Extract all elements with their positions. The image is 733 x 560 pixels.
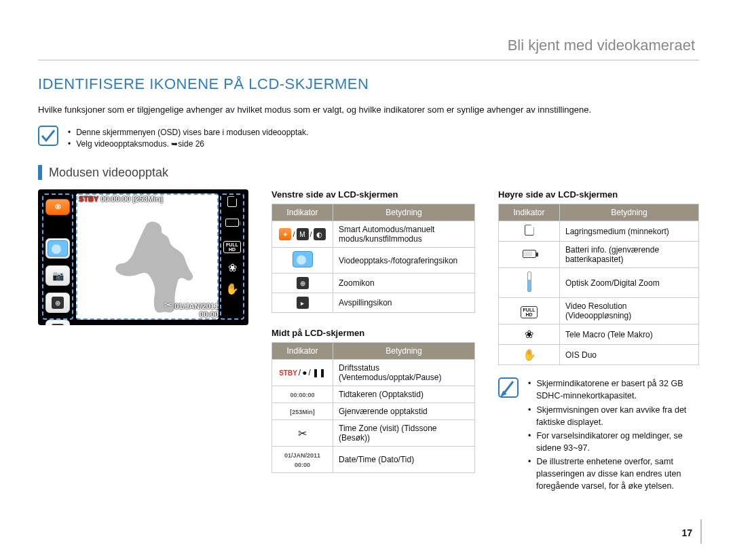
section-title: Modusen videoopptak xyxy=(49,166,168,180)
note-item: Skjermindikatorene er basert på 32 GB SD… xyxy=(528,377,699,402)
page-number: 17 xyxy=(681,527,692,538)
lcd-remaining: [253Min] xyxy=(132,195,163,203)
telemacro-icon: ❀ xyxy=(525,329,533,340)
sdcard-icon xyxy=(525,225,534,236)
table-row: [253Min]Gjenværende opptakstid xyxy=(272,403,475,420)
check-icon xyxy=(38,126,58,146)
section-header: Modusen videoopptak xyxy=(38,165,699,180)
zoombar-icon xyxy=(527,272,531,292)
table-row: Lagringsmedium (minnekort) xyxy=(499,221,699,242)
table-row: Batteri info. (gjenværende batterikapasi… xyxy=(499,242,699,268)
table-row: FULLHDVideo Resolution (Videooppløsning) xyxy=(499,298,699,324)
note-item: Denne skjermmenyen (OSD) vises bare i mo… xyxy=(68,127,308,138)
th-meaning: Betydning xyxy=(560,204,699,221)
datetime-indicator: 01/JAN/2011 00:00 xyxy=(284,452,320,468)
hd-icon: FULLHD xyxy=(521,306,538,318)
breadcrumb: Bli kjent med videokameraet xyxy=(38,37,699,54)
page-number-divider xyxy=(700,519,702,544)
smart-icon: ✦ xyxy=(279,228,291,240)
table-row: 01/JAN/2011 00:00Date/Time (Dato/Tid) xyxy=(272,447,475,473)
th-meaning: Betydning xyxy=(333,204,475,221)
left-table-title: Venstre side av LCD-skjermen xyxy=(271,189,475,200)
smart-icon: ⦿ xyxy=(55,204,61,210)
ois-icon: ✋ xyxy=(523,349,536,360)
play-icon: ▸ xyxy=(297,297,309,309)
camcorder-icon xyxy=(293,251,313,267)
manual-icon: M xyxy=(297,228,309,240)
page-title: IDENTIFISERE IKONENE PÅ LCD-SKJERMEN xyxy=(38,75,699,93)
table-row: Optisk Zoom/Digital Zoom xyxy=(499,268,699,298)
note-item: De illustrerte enhetene overfor, samt pl… xyxy=(528,455,699,492)
photo-button[interactable]: 📷 xyxy=(45,265,70,286)
th-indicator: Indikator xyxy=(499,204,560,221)
table-row: Viodeopptaks-/fotograferingsikon xyxy=(272,248,475,274)
mode-button[interactable]: ⦿ xyxy=(45,199,70,215)
sdcard-icon xyxy=(227,196,237,209)
section-bar-icon xyxy=(38,165,42,180)
th-meaning: Betydning xyxy=(333,343,475,360)
hd-icon: FULLHD xyxy=(223,237,241,253)
play-button[interactable]: ▸ xyxy=(45,320,70,325)
table-row: 00:00:00Tidtakeren (Opptakstid) xyxy=(272,386,475,403)
table-row: ⊕Zoomikon xyxy=(272,274,475,293)
note-item: Skjermvisningen over kan avvike fra det … xyxy=(528,404,699,428)
table-row: ✋OIS Duo xyxy=(499,345,699,365)
table-row: ✂Time Zone (visit) (Tidssone (Besøk)) xyxy=(272,420,475,447)
table-row: ✦/ M/ ◐ Smart Automodus/manuelt modus/ku… xyxy=(272,221,475,248)
lcd-timer: 00:00:00 xyxy=(100,195,130,203)
info-note-block: Skjermindikatorene er basert på 32 GB SD… xyxy=(498,377,699,493)
table-row: STBY/●/❚❚ Driftsstatus (Ventemodus/oppta… xyxy=(272,360,475,386)
timezone-icon: ✂ xyxy=(298,428,307,439)
person-silhouette-icon xyxy=(113,220,194,315)
zoom-button[interactable]: ⊕ xyxy=(45,293,70,313)
top-note-block: Denne skjermmenyen (OSD) vises bare i mo… xyxy=(38,126,699,151)
table-row: ❀Tele Macro (Tele Makro) xyxy=(499,324,699,345)
info-icon xyxy=(498,377,519,398)
right-table-title: Høyre side av LCD-skjermen xyxy=(498,189,699,200)
timezone-icon: ✂ xyxy=(164,299,172,310)
artfilm-icon: ◐ xyxy=(314,228,326,240)
camcorder-icon xyxy=(48,240,68,257)
status-icons: STBY/●/❚❚ xyxy=(279,368,326,377)
right-table: IndikatorBetydning Lagringsmedium (minne… xyxy=(498,204,699,365)
ois-icon: ✋ xyxy=(225,282,239,295)
play-icon: ▸ xyxy=(52,324,64,325)
th-indicator: Indikator xyxy=(272,204,333,221)
lcd-status-line: STBY 00:00:00 [253Min] xyxy=(79,195,163,203)
lcd-preview: ⦿ 📷 ⊕ ▸ STBY 00:00:00 [253Min] ✂ 01/JAN/… xyxy=(38,189,248,325)
mid-table-title: Midt på LCD-skjermen xyxy=(271,328,475,338)
telemacro-icon: ❀ xyxy=(228,261,237,274)
info-note-list: Skjermindikatorene er basert på 32 GB SD… xyxy=(528,377,699,493)
intro-text: Hvilke funksjoner som er tilgjengelige a… xyxy=(38,104,699,116)
camera-icon: 📷 xyxy=(52,270,64,281)
timer-indicator: 00:00:00 xyxy=(290,392,314,398)
remaining-indicator: [253Min] xyxy=(290,409,315,415)
note-item: Velg videoopptaksmodus. ➥side 26 xyxy=(68,138,308,150)
th-indicator: Indikator xyxy=(272,343,333,360)
table-row: ▸Avspillingsikon xyxy=(272,293,475,313)
zoom-icon: ⊕ xyxy=(52,297,64,309)
svg-rect-0 xyxy=(39,126,58,145)
top-note-list: Denne skjermmenyen (OSD) vises bare i mo… xyxy=(68,127,308,151)
lcd-datetime: 01/JAN/201100:00 xyxy=(174,302,219,318)
mode-icons: ✦/ M/ ◐ xyxy=(279,228,325,240)
mid-table: IndikatorBetydning STBY/●/❚❚ Driftsstatu… xyxy=(271,342,475,473)
zoom-icon: ⊕ xyxy=(297,277,309,289)
divider xyxy=(38,60,699,60)
battery-icon xyxy=(225,217,239,229)
stby-label: STBY xyxy=(79,195,98,203)
camcorder-button[interactable] xyxy=(45,238,70,259)
left-table: IndikatorBetydning ✦/ M/ ◐ Smart Automod… xyxy=(271,204,475,313)
battery-icon xyxy=(523,250,536,258)
note-item: For varselsindikatorer og meldinger, se … xyxy=(528,430,699,454)
